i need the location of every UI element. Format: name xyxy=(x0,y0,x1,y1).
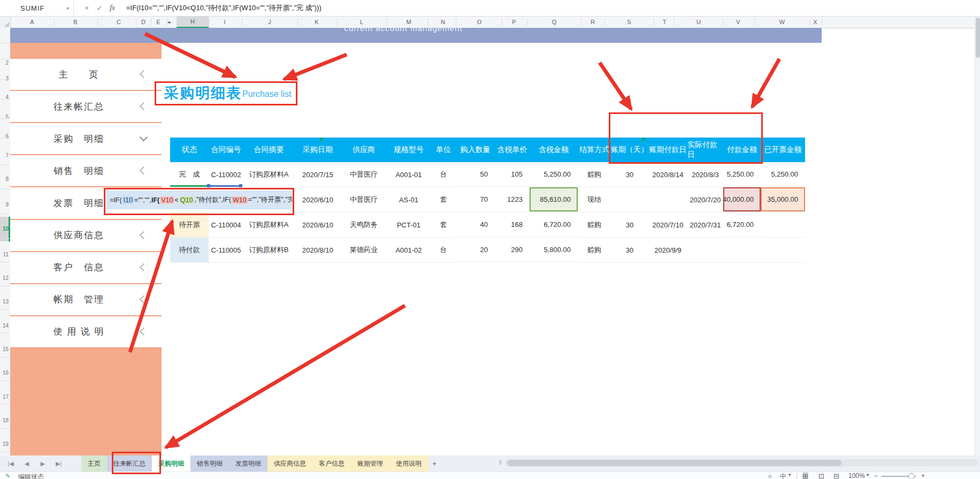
tab-splitter-handle[interactable]: ‖ xyxy=(499,459,502,466)
table-cell-ref-q10[interactable]: 85,610.00 xyxy=(530,187,578,212)
eye-protection-icon[interactable]: ☼ xyxy=(767,472,773,479)
table-cell[interactable]: 套 xyxy=(431,212,456,238)
table-cell[interactable]: 2020/6/10 xyxy=(294,187,341,212)
chevron-down-icon[interactable]: ▾ xyxy=(788,472,791,477)
table-cell-status[interactable]: 待付款 xyxy=(170,238,209,263)
column-header-m[interactable]: M xyxy=(406,17,411,28)
table-cell[interactable]: C-110004 xyxy=(209,212,243,238)
table-header-cell[interactable]: 供应商 xyxy=(341,138,386,162)
formula-input[interactable]: =IF(I10=””,””,IF(V10<Q10,”待付款”,IF(W10=””… xyxy=(126,3,321,13)
column-header-d[interactable]: D xyxy=(141,17,146,28)
table-cell[interactable]: 天鸣防务 xyxy=(341,212,386,238)
table-cell[interactable]: AS-01 xyxy=(386,187,431,212)
table-cell[interactable]: 订购原材料B xyxy=(243,238,294,263)
table-header-cell[interactable]: 结算方式 xyxy=(578,138,611,162)
table-cell-ref-v10[interactable]: 40,000.00 xyxy=(723,187,761,212)
in-cell-formula-editor[interactable]: =IF(I10="","",IF(V10<Q10,"待付款",IF(W10=""… xyxy=(106,191,292,209)
table-cell[interactable]: 2020/9/9 xyxy=(648,238,687,263)
table-cell[interactable]: 40 xyxy=(456,212,495,237)
row-header[interactable]: 2 xyxy=(5,60,9,66)
column-header-w[interactable]: W xyxy=(779,17,785,28)
h-scrollbar[interactable] xyxy=(506,459,978,467)
table-header-cell[interactable]: 状态 xyxy=(170,138,209,162)
sheet-tab-home[interactable]: 主页 xyxy=(81,455,107,472)
page-break-view-icon[interactable]: ⊟ xyxy=(833,472,839,479)
table-header-cell[interactable]: 合同编号 xyxy=(209,138,243,162)
table-cell[interactable]: 2020/8/10 xyxy=(294,238,341,263)
tab-nav-first[interactable]: |◀ xyxy=(5,460,16,467)
sheet-tab-instructions[interactable]: 使用说明 xyxy=(389,455,428,472)
sidebar-item-account-summary[interactable]: 往来帐汇总 xyxy=(10,91,162,123)
row-header[interactable]: 14 xyxy=(3,323,9,329)
table-cell[interactable]: 现结 xyxy=(578,187,611,212)
column-header-i[interactable]: I xyxy=(224,17,225,28)
table-cell[interactable]: A001-02 xyxy=(386,238,431,263)
table-cell[interactable]: C-110005 xyxy=(209,238,243,263)
table-cell[interactable] xyxy=(648,187,687,212)
v-scrollbar[interactable] xyxy=(975,17,980,455)
table-cell[interactable]: 订购原材料A xyxy=(243,162,294,187)
sidebar-item-home[interactable]: 主 页 xyxy=(10,59,162,91)
table-cell[interactable] xyxy=(761,238,805,263)
table-cell[interactable]: 105 xyxy=(495,162,530,187)
cancel-icon[interactable]: × xyxy=(80,4,93,12)
row-header[interactable]: 7 xyxy=(5,153,9,158)
row-header[interactable]: 3 xyxy=(5,75,9,81)
table-header-cell[interactable]: 含税金额 xyxy=(530,138,578,162)
overview-icon[interactable]: 中 xyxy=(780,472,786,479)
sheet-tab-sales-detail[interactable]: 销售明细 xyxy=(190,455,229,472)
tab-nav-prev[interactable]: ◀ xyxy=(21,460,32,467)
v-scrollbar-thumb[interactable] xyxy=(976,18,980,58)
table-cell[interactable]: 台 xyxy=(431,162,456,187)
tab-nav-next[interactable]: ▶ xyxy=(37,460,48,467)
table-cell[interactable]: 台 xyxy=(431,238,456,263)
row-header[interactable]: 5 xyxy=(5,114,9,120)
column-header-q[interactable]: Q xyxy=(552,17,557,28)
column-header-b[interactable]: B xyxy=(73,17,77,28)
table-cell[interactable] xyxy=(761,212,805,238)
table-cell[interactable]: 5,800.00 xyxy=(530,238,578,262)
table-cell[interactable]: 1223 xyxy=(495,187,530,212)
table-cell[interactable]: 2020/7/31 xyxy=(687,212,723,238)
table-cell[interactable]: 莱德药业 xyxy=(341,238,386,263)
column-header-x[interactable]: X xyxy=(813,17,817,28)
table-cell[interactable]: 2020/7/20 xyxy=(687,187,723,212)
row-header[interactable]: 16 xyxy=(3,370,9,376)
row-header[interactable]: 11 xyxy=(3,252,9,257)
table-cell[interactable]: 20 xyxy=(456,238,495,262)
column-header-v[interactable]: V xyxy=(736,17,740,28)
column-header-c[interactable]: C xyxy=(117,17,121,28)
column-header-o[interactable]: O xyxy=(477,17,482,28)
column-header-n[interactable]: N xyxy=(441,17,445,28)
table-cell[interactable]: 赊购 xyxy=(578,212,611,238)
column-header-t[interactable]: T xyxy=(663,17,667,28)
row-header[interactable]: 19 xyxy=(3,441,9,447)
sheet-tab-credit-period[interactable]: 账期管理 xyxy=(351,455,389,472)
table-cell[interactable]: 中普医疗 xyxy=(341,162,386,187)
row-header[interactable]: 13 xyxy=(3,299,9,305)
row-header[interactable]: 15 xyxy=(3,346,9,352)
name-box[interactable]: SUMIF ▾ xyxy=(0,0,74,16)
zoom-in-button[interactable]: + xyxy=(921,472,925,479)
table-cell[interactable]: PCT-01 xyxy=(386,212,431,238)
table-cell[interactable] xyxy=(687,238,723,263)
table-cell[interactable]: 中普医疗 xyxy=(341,187,386,212)
table-cell[interactable]: 50 xyxy=(456,162,495,187)
table-cell[interactable]: 5,250.00 xyxy=(761,162,805,187)
table-header-cell[interactable]: 含税单价 xyxy=(495,138,530,162)
table-cell[interactable]: 5,250.00 xyxy=(723,162,761,187)
table-cell[interactable]: 2020/7/15 xyxy=(294,162,341,187)
table-cell[interactable]: 赊购 xyxy=(578,162,611,187)
column-header-a[interactable]: A xyxy=(30,17,34,28)
table-cell[interactable]: 6,720.00 xyxy=(530,212,578,237)
table-cell[interactable]: 赊购 xyxy=(578,238,611,263)
table-cell[interactable]: C-110002 xyxy=(209,162,243,187)
sidebar-item-sales-detail[interactable]: 销售 明细 xyxy=(10,155,162,187)
column-header-s[interactable]: S xyxy=(627,17,631,28)
table-cell[interactable]: 完 成 xyxy=(170,162,209,187)
tab-nav-last[interactable]: ▶| xyxy=(53,460,64,467)
table-cell[interactable] xyxy=(611,187,648,212)
add-sheet-button[interactable]: + xyxy=(428,459,441,468)
table-cell[interactable]: 30 xyxy=(611,212,648,238)
table-cell[interactable]: 订购原材料A xyxy=(243,212,294,238)
